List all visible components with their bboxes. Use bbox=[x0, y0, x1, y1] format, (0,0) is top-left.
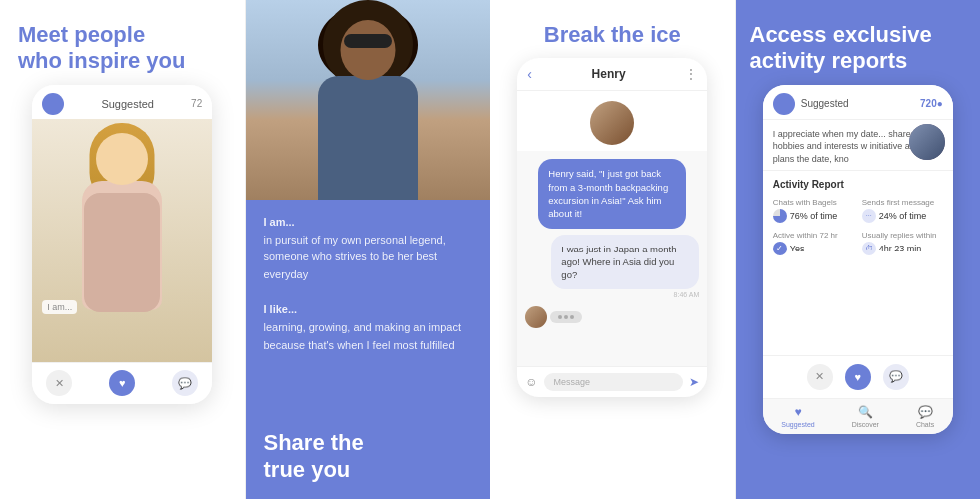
panel1-heading-line1: Meet people bbox=[18, 22, 145, 47]
phone-top-bar-1: Suggested 72 bbox=[32, 85, 212, 119]
chat-button[interactable]: 💬 bbox=[172, 370, 198, 396]
report-heart-btn[interactable]: ♥ bbox=[845, 364, 871, 390]
panel3-header: Break the ice bbox=[490, 0, 735, 58]
chat-phone-area: ‹ Henry ⋮ Henry said, "I just got back f… bbox=[490, 58, 735, 499]
chat-header: ‹ Henry ⋮ bbox=[517, 58, 707, 91]
sends-label: Sends first message bbox=[862, 198, 943, 207]
chats-label: Chats with Bagels bbox=[773, 198, 854, 207]
curly-woman-photo bbox=[246, 0, 490, 200]
replies-value: ⏱ 4hr 23 min bbox=[862, 242, 943, 255]
typing-indicator bbox=[525, 306, 699, 328]
report-count: 720● bbox=[920, 98, 943, 109]
count-badge-1: 72 bbox=[191, 98, 202, 109]
chat-messages: Henry said, "I just got back from a 3-mo… bbox=[517, 151, 707, 366]
phone-screen-1: Suggested 72 bbox=[32, 85, 212, 404]
panel1-header: Meet people who inspire you bbox=[0, 0, 245, 85]
panel4-header: Access exclusive activity reports bbox=[736, 0, 981, 85]
activity-item-chats: Chats with Bagels 76% of time bbox=[773, 198, 854, 223]
i-am-label: I am... bbox=[42, 300, 77, 314]
panel4-heading: Access exclusive activity reports bbox=[750, 22, 967, 75]
nav-item-suggested[interactable]: ♥ Suggested bbox=[781, 405, 814, 428]
panel2-photo-top bbox=[246, 0, 490, 200]
panel-share-true-you: I am... in pursuit of my own personal le… bbox=[246, 0, 491, 499]
report-actions: ✕ ♥ 💬 bbox=[763, 355, 953, 398]
nav-suggested-icon: ♥ bbox=[794, 405, 801, 419]
report-screen: Suggested 720● I appreciate when my date… bbox=[763, 85, 953, 434]
report-phone-area: Suggested 720● I appreciate when my date… bbox=[736, 85, 981, 499]
chats-value: 76% of time bbox=[773, 209, 854, 223]
chat-input-field[interactable]: Message bbox=[544, 373, 684, 391]
report-chat-btn[interactable]: 💬 bbox=[883, 364, 909, 390]
chat-bubble-1: Henry said, "I just got back from a 3-mo… bbox=[538, 159, 686, 228]
active-value: ✓ Yes bbox=[773, 242, 854, 255]
nav-discover-icon: 🔍 bbox=[858, 405, 873, 419]
activity-report-title: Activity Report bbox=[773, 179, 943, 190]
phone-mockup-1: Suggested 72 bbox=[0, 85, 245, 499]
chat-time: 8:46 AM bbox=[674, 291, 700, 298]
panel-meet-people: Meet people who inspire you Suggested 72 bbox=[0, 0, 246, 499]
panel2-bio1-label: I am... in pursuit of my own personal le… bbox=[264, 214, 473, 283]
clock-icon: ⏱ bbox=[862, 242, 876, 255]
emoji-icon[interactable]: ☺ bbox=[525, 375, 537, 389]
chat-input-bar: ☺ Message ➤ bbox=[517, 366, 707, 397]
panel1-heading: Meet people who inspire you bbox=[18, 22, 227, 75]
report-label: Suggested bbox=[801, 98, 914, 109]
suggested-label-1: Suggested bbox=[101, 98, 154, 110]
back-arrow-icon[interactable]: ‹ bbox=[527, 66, 532, 82]
pie-chart-76 bbox=[773, 209, 787, 223]
chat-avatar bbox=[590, 101, 634, 145]
panel-break-ice: Break the ice ‹ Henry ⋮ Henry said, "I j… bbox=[490, 0, 736, 499]
activity-grid: Chats with Bagels 76% of time Sends firs… bbox=[773, 198, 943, 255]
activity-item-active: Active within 72 hr ✓ Yes bbox=[773, 231, 854, 255]
heart-button[interactable]: ♥ bbox=[109, 370, 135, 396]
phone-photo-area-1: I am... bbox=[32, 119, 212, 362]
nav-item-chats[interactable]: 💬 Chats bbox=[916, 405, 934, 428]
activity-report-section: Activity Report Chats with Bagels 76% of… bbox=[763, 171, 953, 355]
panel1-heading-line2: who inspire you bbox=[18, 48, 185, 73]
replies-label: Usually replies within bbox=[862, 231, 943, 240]
nav-chats-icon: 💬 bbox=[918, 405, 933, 419]
sends-value: ··· 24% of time bbox=[862, 209, 943, 223]
chat-screen: ‹ Henry ⋮ Henry said, "I just got back f… bbox=[517, 58, 707, 397]
phone-bottom-bar-1: ✕ ♥ 💬 bbox=[32, 362, 212, 404]
report-avatar bbox=[773, 93, 795, 115]
typing-avatar bbox=[525, 306, 547, 328]
more-options-icon[interactable]: ⋮ bbox=[685, 67, 697, 81]
sends-icon: ··· bbox=[862, 209, 876, 223]
nav-item-discover[interactable]: 🔍 Discover bbox=[852, 405, 879, 428]
chat-avatar-area bbox=[517, 91, 707, 151]
send-button[interactable]: ➤ bbox=[689, 375, 699, 389]
activity-item-replies: Usually replies within ⏱ 4hr 23 min bbox=[862, 231, 943, 255]
close-button[interactable]: ✕ bbox=[46, 370, 72, 396]
chat-name: Henry bbox=[592, 67, 626, 81]
check-icon: ✓ bbox=[773, 242, 787, 255]
panel2-bio2-label: I like... learning, growing, and making … bbox=[264, 301, 473, 354]
activity-item-sends: Sends first message ··· 24% of time bbox=[862, 198, 943, 223]
panel3-heading: Break the ice bbox=[508, 22, 717, 48]
panel2-content: I am... in pursuit of my own personal le… bbox=[246, 200, 490, 499]
panel-activity-reports: Access exclusive activity reports Sugges… bbox=[736, 0, 981, 499]
avatar-icon-1 bbox=[42, 93, 64, 115]
report-bio: I appreciate when my date... shares her … bbox=[763, 120, 953, 171]
report-nav: ♥ Suggested 🔍 Discover 💬 Chats bbox=[763, 398, 953, 434]
panel2-bottom-heading: Share the true you bbox=[264, 430, 364, 483]
report-header: Suggested 720● bbox=[763, 85, 953, 120]
report-close-btn[interactable]: ✕ bbox=[807, 364, 833, 390]
report-man-avatar bbox=[909, 124, 945, 160]
typing-dots bbox=[550, 311, 582, 323]
chat-bubble-2: I was just in Japan a month ago! Where i… bbox=[551, 235, 699, 290]
active-label: Active within 72 hr bbox=[773, 231, 854, 240]
